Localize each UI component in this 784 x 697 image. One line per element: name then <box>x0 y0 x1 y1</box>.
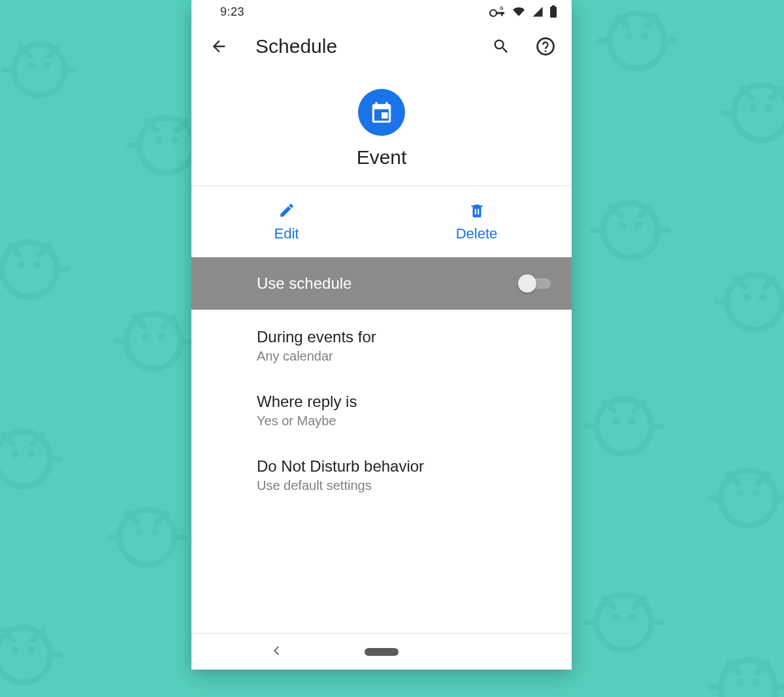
vpn-key-icon: G <box>489 6 506 18</box>
svg-point-30 <box>27 450 35 458</box>
help-button[interactable] <box>531 32 560 61</box>
svg-point-16 <box>33 261 41 268</box>
use-schedule-row[interactable]: Use schedule <box>191 257 572 310</box>
svg-point-35 <box>120 510 174 565</box>
svg-point-84 <box>721 471 776 526</box>
svg-text:G: G <box>500 6 504 10</box>
signal-icon <box>531 6 544 18</box>
svg-point-64 <box>619 221 627 229</box>
app-bar: Schedule <box>191 24 572 69</box>
status-icons: G <box>489 5 557 18</box>
svg-point-43 <box>11 646 19 654</box>
event-avatar <box>358 89 405 136</box>
pencil-icon <box>278 202 295 219</box>
svg-point-92 <box>612 613 620 621</box>
svg-point-49 <box>610 14 664 69</box>
svg-point-51 <box>641 32 649 40</box>
svg-rect-112 <box>382 112 388 119</box>
nav-back-button[interactable] <box>270 643 284 660</box>
phone-frame: 9:23 G Schedule <box>191 0 572 670</box>
svg-point-86 <box>752 489 760 497</box>
svg-point-63 <box>603 203 658 258</box>
svg-point-57 <box>749 104 757 112</box>
wifi-icon <box>512 6 526 18</box>
svg-point-1 <box>28 61 35 69</box>
status-time: 9:23 <box>220 5 244 19</box>
svg-point-14 <box>2 242 57 297</box>
svg-rect-106 <box>496 12 504 14</box>
svg-point-9 <box>171 137 178 144</box>
setting-subtitle: Yes or Maybe <box>257 413 552 429</box>
setting-title: Do Not Disturb behavior <box>257 457 552 476</box>
search-icon <box>492 37 510 56</box>
trash-icon <box>468 202 485 219</box>
svg-rect-107 <box>501 12 503 16</box>
svg-point-58 <box>765 104 773 112</box>
setting-where-reply[interactable]: Where reply is Yes or Maybe <box>191 378 572 443</box>
svg-point-50 <box>625 32 633 40</box>
svg-point-78 <box>612 417 620 425</box>
system-nav-bar <box>191 633 572 670</box>
nav-home-pill[interactable] <box>365 648 399 656</box>
svg-point-77 <box>596 399 651 454</box>
setting-subtitle: Use default settings <box>257 478 552 493</box>
svg-rect-109 <box>550 7 557 18</box>
hero-title: Event <box>357 146 407 169</box>
calendar-event-icon <box>369 100 394 125</box>
svg-point-79 <box>628 417 636 425</box>
svg-point-0 <box>14 44 65 95</box>
status-bar: 9:23 G <box>191 0 572 24</box>
chevron-left-icon <box>270 643 284 658</box>
svg-point-99 <box>736 679 744 687</box>
edit-button[interactable]: Edit <box>191 186 382 257</box>
setting-title: Where reply is <box>257 393 552 411</box>
edit-label: Edit <box>274 225 299 242</box>
svg-point-72 <box>759 293 766 301</box>
svg-point-85 <box>736 489 744 497</box>
svg-point-91 <box>596 595 651 650</box>
switch-thumb <box>518 274 536 293</box>
setting-subtitle: Any calendar <box>257 349 552 364</box>
setting-dnd-behavior[interactable]: Do Not Disturb behavior Use default sett… <box>191 443 572 508</box>
back-button[interactable] <box>204 32 233 61</box>
svg-rect-110 <box>552 5 555 7</box>
page-title: Schedule <box>255 35 471 57</box>
svg-point-93 <box>628 613 636 621</box>
settings-list: During events for Any calendar Where rep… <box>191 310 572 633</box>
battery-icon <box>549 5 557 18</box>
search-button[interactable] <box>487 32 515 61</box>
svg-point-29 <box>11 450 19 458</box>
svg-point-36 <box>135 528 143 536</box>
svg-point-2 <box>43 61 50 69</box>
svg-point-23 <box>157 332 165 340</box>
svg-point-8 <box>155 137 163 144</box>
svg-point-22 <box>142 332 150 340</box>
svg-point-7 <box>139 118 194 173</box>
setting-during-events[interactable]: During events for Any calendar <box>191 314 572 378</box>
svg-point-100 <box>752 679 760 687</box>
svg-point-37 <box>151 528 159 536</box>
svg-point-21 <box>126 314 181 369</box>
svg-point-70 <box>727 275 782 330</box>
use-schedule-label: Use schedule <box>257 274 351 293</box>
svg-point-65 <box>634 221 642 229</box>
delete-label: Delete <box>456 225 498 242</box>
svg-point-105 <box>490 10 497 16</box>
svg-point-71 <box>743 293 751 301</box>
setting-title: During events for <box>257 328 552 346</box>
svg-point-44 <box>27 646 35 654</box>
use-schedule-switch[interactable] <box>518 274 551 293</box>
arrow-back-icon <box>210 37 228 56</box>
help-icon <box>536 37 555 56</box>
hero: Event <box>191 69 572 186</box>
svg-point-15 <box>18 261 25 268</box>
delete-button[interactable]: Delete <box>382 186 572 257</box>
action-row: Edit Delete <box>191 186 572 257</box>
